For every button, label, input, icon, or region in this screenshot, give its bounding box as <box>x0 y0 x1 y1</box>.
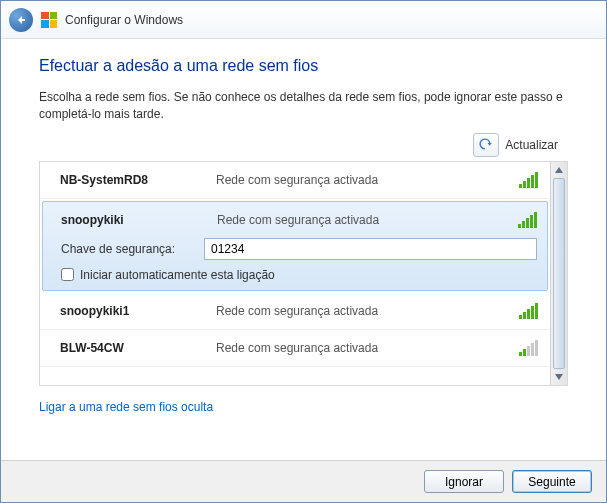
network-item[interactable]: snoopykiki1 Rede com segurança activada <box>40 293 550 330</box>
windows-icon <box>41 12 57 28</box>
window-title: Configurar o Windows <box>65 13 183 27</box>
security-key-label: Chave de segurança: <box>61 242 196 256</box>
refresh-label: Actualizar <box>505 138 558 152</box>
signal-icon <box>519 303 538 319</box>
refresh-button[interactable] <box>473 133 499 157</box>
network-item-selected[interactable]: snoopykiki Rede com segurança activada C… <box>42 201 548 291</box>
refresh-icon <box>479 138 493 152</box>
auto-connect-row: Iniciar automaticamente esta ligação <box>61 264 537 282</box>
network-status: Rede com segurança activada <box>216 341 513 355</box>
arrow-left-icon <box>15 14 27 26</box>
network-name: snoopykiki <box>61 213 211 227</box>
refresh-row: Actualizar <box>39 133 568 157</box>
content-area: Efectuar a adesão a uma rede sem fios Es… <box>1 39 606 460</box>
next-button[interactable]: Seguinte <box>512 470 592 493</box>
window-header: Configurar o Windows <box>1 1 606 39</box>
scroll-up-arrow[interactable] <box>551 162 567 178</box>
network-item[interactable]: NB-SystemRD8 Rede com segurança activada <box>40 162 550 199</box>
signal-icon <box>518 212 537 228</box>
network-name: snoopykiki1 <box>60 304 210 318</box>
network-status: Rede com segurança activada <box>217 213 512 227</box>
auto-connect-checkbox[interactable] <box>61 268 74 281</box>
network-item[interactable]: BLW-54CW Rede com segurança activada <box>40 330 550 367</box>
back-button[interactable] <box>9 8 33 32</box>
page-title: Efectuar a adesão a uma rede sem fios <box>39 57 568 75</box>
skip-button[interactable]: Ignorar <box>424 470 504 493</box>
hidden-network-link[interactable]: Ligar a uma rede sem fios oculta <box>39 400 568 414</box>
network-list-container: NB-SystemRD8 Rede com segurança activada… <box>39 161 568 386</box>
scrollbar[interactable] <box>550 162 567 385</box>
signal-icon <box>519 172 538 188</box>
security-key-row: Chave de segurança: <box>61 234 537 264</box>
footer: Ignorar Seguinte <box>1 460 606 502</box>
wizard-window: Configurar o Windows Efectuar a adesão a… <box>1 1 606 502</box>
scroll-down-arrow[interactable] <box>551 369 567 385</box>
network-list: NB-SystemRD8 Rede com segurança activada… <box>40 162 550 385</box>
network-status: Rede com segurança activada <box>216 304 513 318</box>
security-key-input[interactable] <box>204 238 537 260</box>
network-status: Rede com segurança activada <box>216 173 513 187</box>
scroll-thumb[interactable] <box>553 178 565 369</box>
instruction-text: Escolha a rede sem fios. Se não conhece … <box>39 89 568 123</box>
network-name: BLW-54CW <box>60 341 210 355</box>
signal-icon <box>519 340 538 356</box>
auto-connect-label: Iniciar automaticamente esta ligação <box>80 268 275 282</box>
network-name: NB-SystemRD8 <box>60 173 210 187</box>
